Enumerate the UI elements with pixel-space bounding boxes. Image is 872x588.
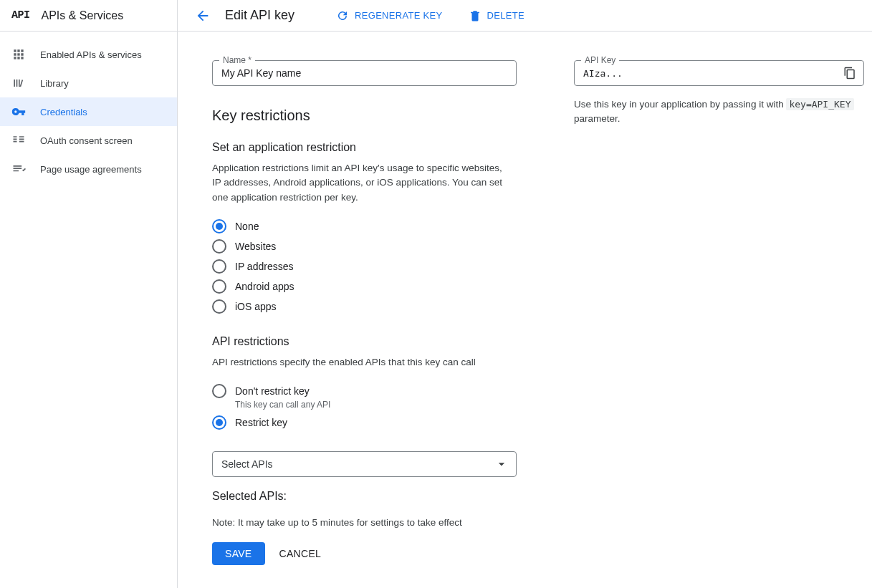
cancel-button[interactable]: CANCEL bbox=[279, 548, 322, 559]
radio-icon bbox=[212, 239, 226, 254]
radio-label: iOS apps bbox=[235, 299, 277, 314]
product-title: APIs & Services bbox=[42, 9, 124, 22]
helper-suffix: parameter. bbox=[574, 113, 621, 124]
radio-none[interactable]: None bbox=[212, 216, 517, 236]
sidebar-item-label: Library bbox=[40, 78, 69, 89]
left-column: Name * Key restrictions Set an applicati… bbox=[212, 60, 517, 565]
radio-label: IP addresses bbox=[235, 259, 293, 274]
dropdown-icon bbox=[494, 457, 509, 471]
library-icon bbox=[11, 76, 26, 90]
radio-label: Don't restrict key bbox=[235, 384, 330, 398]
sidebar-item-page-usage[interactable]: Page usage agreements bbox=[0, 155, 177, 183]
settings-note: Note: It may take up to 5 minutes for se… bbox=[212, 517, 517, 528]
page-title: Edit API key bbox=[225, 8, 294, 23]
button-label: Delete bbox=[487, 10, 524, 21]
api-restriction-desc: API restrictions specify the enabled API… bbox=[212, 355, 506, 370]
radio-icon bbox=[212, 384, 226, 398]
radio-icon bbox=[212, 415, 226, 430]
helper-prefix: Use this key in your application by pass… bbox=[574, 99, 786, 110]
radio-label: Restrict key bbox=[235, 415, 287, 430]
radio-websites[interactable]: Websites bbox=[212, 236, 517, 256]
sidebar: API APIs & Services Enabled APIs & servi… bbox=[0, 0, 178, 588]
main: Edit API key Regenerate Key Delete Name … bbox=[178, 0, 872, 588]
sidebar-item-library[interactable]: Library bbox=[0, 69, 177, 97]
content: Name * Key restrictions Set an applicati… bbox=[178, 32, 872, 588]
button-row: SAVE CANCEL bbox=[212, 542, 517, 565]
api-restriction-heading: API restrictions bbox=[212, 335, 517, 348]
delete-button[interactable]: Delete bbox=[463, 5, 530, 26]
radio-icon bbox=[212, 259, 226, 274]
topbar: Edit API key Regenerate Key Delete bbox=[178, 0, 872, 32]
sidebar-item-enabled-apis[interactable]: Enabled APIs & services bbox=[0, 40, 177, 69]
radio-icon bbox=[212, 219, 226, 233]
app-restriction-group: None Websites IP addresses Android apps bbox=[212, 216, 517, 317]
radio-ios[interactable]: iOS apps bbox=[212, 297, 517, 317]
save-button[interactable]: SAVE bbox=[212, 542, 265, 565]
radio-ip[interactable]: IP addresses bbox=[212, 256, 517, 276]
api-logo: API bbox=[11, 9, 30, 21]
radio-label: Websites bbox=[235, 239, 276, 254]
regenerate-key-button[interactable]: Regenerate Key bbox=[330, 5, 448, 26]
radio-android[interactable]: Android apps bbox=[212, 276, 517, 297]
copy-icon bbox=[843, 67, 856, 79]
right-column: API Key AIza... Use this key in your app… bbox=[574, 60, 864, 127]
trash-icon bbox=[469, 9, 481, 22]
sidebar-item-label: Credentials bbox=[40, 107, 87, 117]
grid-icon bbox=[11, 47, 26, 62]
selected-apis-heading: Selected APIs: bbox=[212, 490, 517, 503]
radio-label: Android apps bbox=[235, 279, 294, 294]
helper-code: key=API_KEY bbox=[786, 98, 853, 110]
api-key-label: API Key bbox=[581, 55, 619, 65]
radio-restrict-key[interactable]: Restrict key bbox=[212, 413, 517, 433]
back-button[interactable] bbox=[195, 8, 211, 24]
api-key-field: API Key AIza... bbox=[574, 60, 864, 86]
select-apis-dropdown[interactable]: Select APIs bbox=[212, 451, 517, 477]
radio-dont-restrict[interactable]: Don't restrict key This key can call any… bbox=[212, 381, 517, 413]
api-key-helper: Use this key in your application by pass… bbox=[574, 97, 864, 127]
radio-label: None bbox=[235, 219, 259, 233]
name-input[interactable] bbox=[212, 60, 517, 86]
sidebar-nav: Enabled APIs & services Library Credenti… bbox=[0, 32, 177, 183]
radio-icon bbox=[212, 279, 226, 294]
sidebar-item-label: Enabled APIs & services bbox=[40, 49, 142, 60]
key-restrictions-heading: Key restrictions bbox=[212, 107, 517, 124]
api-restriction-group: Don't restrict key This key can call any… bbox=[212, 381, 517, 433]
button-label: Regenerate Key bbox=[355, 10, 442, 21]
key-icon bbox=[11, 105, 26, 119]
app-restriction-desc: Application restrictions limit an API ke… bbox=[212, 161, 506, 205]
radio-icon bbox=[212, 299, 226, 314]
radio-sublabel: This key can call any API bbox=[235, 400, 330, 410]
arrow-left-icon bbox=[195, 8, 211, 24]
copy-button[interactable] bbox=[841, 64, 858, 82]
consent-icon bbox=[11, 133, 26, 148]
select-label: Select APIs bbox=[221, 458, 273, 470]
name-field: Name * bbox=[212, 60, 517, 86]
name-label: Name * bbox=[219, 55, 255, 65]
sidebar-item-oauth-consent[interactable]: OAuth consent screen bbox=[0, 126, 177, 155]
sidebar-header: API APIs & Services bbox=[0, 0, 177, 32]
sidebar-item-credentials[interactable]: Credentials bbox=[0, 97, 177, 126]
svg-rect-0 bbox=[17, 53, 19, 55]
sidebar-item-label: Page usage agreements bbox=[40, 164, 142, 175]
app-restriction-heading: Set an application restriction bbox=[212, 141, 517, 154]
refresh-icon bbox=[336, 9, 349, 22]
agreement-icon bbox=[11, 162, 26, 176]
sidebar-item-label: OAuth consent screen bbox=[40, 135, 133, 146]
